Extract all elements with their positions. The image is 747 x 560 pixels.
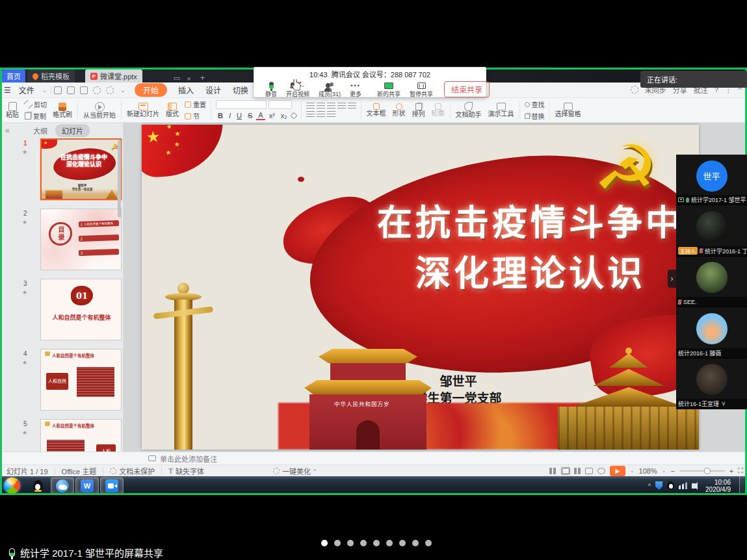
participant-tile[interactable]: SEE. bbox=[676, 257, 747, 307]
sidebar-collapse-handle[interactable]: › bbox=[668, 270, 676, 288]
tray-volume-icon[interactable] bbox=[692, 483, 696, 489]
more-button[interactable]: •••更多 bbox=[345, 81, 366, 97]
dot[interactable] bbox=[412, 540, 419, 546]
thumbnail-slide-1[interactable]: ★ ☭ 在抗击疫情斗争中深化理论认识 邹世平学生第一党支部 bbox=[40, 138, 122, 200]
quickbar-more-icon[interactable]: ⌄ bbox=[120, 87, 125, 94]
taskbar-browser-icon[interactable] bbox=[51, 477, 74, 494]
reading-view-icon[interactable] bbox=[585, 468, 593, 474]
outline-tab[interactable]: 大纲 bbox=[33, 125, 47, 136]
align-left-icon[interactable] bbox=[306, 103, 315, 109]
thumbnail-scrollbar[interactable] bbox=[118, 140, 121, 218]
ribbon-tab-transition[interactable]: 切换 bbox=[233, 84, 248, 95]
strike-button[interactable]: S bbox=[246, 112, 254, 120]
new-share-button[interactable]: 新的共享 bbox=[373, 81, 405, 97]
tray-qq-icon[interactable] bbox=[667, 481, 674, 490]
ribbon-tab-insert[interactable]: 插入 bbox=[178, 84, 194, 95]
main-slide-canvas[interactable]: ★ ★ ★ ★ ★ ☭ 在抗击疫情斗争中 深化理论认识 邹世平 学生第一党支部 … bbox=[142, 125, 699, 450]
print-icon[interactable] bbox=[80, 86, 88, 94]
notes-placeholder[interactable]: 单击此处添加备注 bbox=[160, 453, 217, 464]
slides-tab[interactable]: 幻灯片 bbox=[55, 124, 90, 137]
doc-protect-status[interactable]: 文档未保护 bbox=[110, 466, 155, 476]
fit-screen-icon[interactable]: ⛶ bbox=[738, 466, 743, 475]
superscript-button[interactable]: x² bbox=[267, 112, 277, 120]
end-share-button[interactable]: 结束共享 bbox=[444, 81, 490, 97]
redo-icon[interactable] bbox=[106, 86, 114, 94]
font-size-select[interactable] bbox=[269, 100, 292, 109]
underline-button[interactable]: U bbox=[235, 112, 244, 120]
participant-tile[interactable]: 主持人统计学2016-1 丁... bbox=[676, 205, 747, 256]
zoom-in-button[interactable]: + bbox=[729, 467, 733, 475]
dot[interactable] bbox=[373, 540, 380, 546]
thumbnail-row-1[interactable]: 1 ★ ★ ☭ 在抗击疫情斗争中深化理论认识 邹世平学生第一党支部 bbox=[0, 138, 124, 201]
dot[interactable] bbox=[425, 540, 432, 546]
paste-button[interactable]: 粘贴 bbox=[3, 102, 22, 118]
ribbon-tab-start[interactable]: 开始 bbox=[135, 83, 167, 97]
align-justify-icon[interactable] bbox=[337, 103, 346, 109]
play-options-caret-icon[interactable]: ⌄ bbox=[630, 468, 635, 474]
format-painter-button[interactable]: 格式刷 bbox=[49, 103, 75, 118]
subscript-button[interactable]: x₂ bbox=[279, 112, 289, 120]
zoom-out-button[interactable]: − bbox=[670, 467, 674, 475]
thumbnail-row-4[interactable]: 4 ★ 人和自然是个有机整体 人和自然 bbox=[0, 349, 124, 412]
thumbnail-slide-3[interactable]: 01 人和自然是个有机整体 bbox=[40, 279, 122, 340]
participant-tile[interactable]: 统计16-1王宣瑾˅ bbox=[676, 359, 747, 409]
undo-icon[interactable] bbox=[93, 86, 101, 94]
file-menu-caret-icon[interactable]: ⌄ bbox=[42, 87, 47, 94]
dot-active[interactable] bbox=[321, 540, 328, 546]
textbox-button[interactable]: 文本框 bbox=[363, 103, 389, 117]
copy-button[interactable]: 复制 bbox=[25, 111, 47, 121]
slideshow-play-button[interactable]: ▶ bbox=[610, 466, 625, 476]
theme-name[interactable]: Office 主题 bbox=[62, 466, 97, 476]
mute-button[interactable]: 静音 bbox=[261, 81, 282, 97]
collapse-list-chevron-icon[interactable]: ˅ bbox=[722, 400, 726, 407]
italic-button[interactable]: I bbox=[227, 112, 233, 120]
dot[interactable] bbox=[334, 540, 341, 546]
tab-home[interactable]: 首页 bbox=[2, 70, 25, 83]
tray-expand-icon[interactable]: ^ bbox=[648, 483, 651, 489]
output-icon[interactable] bbox=[67, 86, 75, 94]
taskbar-meeting-icon[interactable] bbox=[100, 477, 124, 494]
show-desktop-button[interactable] bbox=[739, 476, 744, 495]
taskbar-qq-icon[interactable] bbox=[26, 477, 49, 494]
present-tools-button[interactable]: 演示工具 bbox=[485, 103, 518, 118]
shape-button[interactable]: 形状 bbox=[389, 103, 409, 117]
tab-docer-template[interactable]: 稻壳模板 bbox=[27, 70, 75, 83]
align-right-icon[interactable] bbox=[327, 103, 335, 109]
pause-share-button[interactable]: ❙❙暂停共享 bbox=[405, 81, 438, 97]
participant-tile[interactable]: 统计2016-1 滕薇 bbox=[676, 307, 747, 358]
file-menu[interactable]: 文件 bbox=[19, 84, 34, 95]
start-button[interactable] bbox=[4, 477, 20, 494]
thumbnail-row-2[interactable]: 2 ★ 目录 1人和自然是个有机整体 2 3 bbox=[0, 209, 124, 272]
notes-bar[interactable]: 单击此处添加备注 bbox=[0, 452, 747, 465]
reset-button[interactable]: 重置 bbox=[185, 99, 206, 109]
participant-tile[interactable]: 世平 统计学2017-1 邹世平 bbox=[676, 155, 747, 205]
line-spacing-icon[interactable] bbox=[327, 111, 335, 118]
members-button[interactable]: 成员(31) bbox=[314, 81, 345, 97]
tray-clock[interactable]: 10:06 2020/4/9 bbox=[701, 479, 735, 493]
bullets-icon[interactable] bbox=[306, 111, 315, 118]
zoom-slider[interactable] bbox=[679, 470, 725, 472]
numbering-icon[interactable] bbox=[317, 111, 325, 118]
ribbon-tab-design[interactable]: 设计 bbox=[205, 84, 221, 95]
hamburger-menu-icon[interactable]: ☰ bbox=[4, 86, 11, 95]
dot[interactable] bbox=[347, 540, 354, 546]
outline-button[interactable]: 轮廓 bbox=[428, 103, 448, 117]
font-color-button[interactable]: A bbox=[256, 111, 265, 120]
selection-pane-button[interactable]: 选择窗格 bbox=[552, 103, 584, 118]
thumbnail-slide-4[interactable]: 人和自然是个有机整体 人和自然 bbox=[40, 349, 122, 411]
cut-button[interactable]: 剪切 bbox=[25, 99, 47, 109]
beautify-button[interactable]: 一键美化^ bbox=[273, 466, 316, 476]
dot[interactable] bbox=[360, 540, 367, 546]
thumbnail-slide-5[interactable]: 人和自然是个有机整体 人和 bbox=[40, 419, 122, 452]
find-button[interactable]: 查找 bbox=[525, 99, 545, 109]
distribute-icon[interactable] bbox=[348, 103, 356, 109]
zoom-caret-icon[interactable]: ⌄ bbox=[662, 468, 666, 474]
clear-format-icon[interactable] bbox=[290, 112, 297, 119]
replace-button[interactable]: 替换 bbox=[525, 111, 545, 121]
thumbnail-row-3[interactable]: 3 ★ 01 人和自然是个有机整体 bbox=[0, 279, 124, 342]
new-tab-button[interactable]: + bbox=[200, 73, 205, 83]
sorter-view-icon[interactable] bbox=[574, 468, 581, 474]
new-slide-button[interactable]: 新建幻灯片 bbox=[124, 103, 163, 118]
doc-assistant-button[interactable]: 文档助手 bbox=[452, 102, 485, 118]
sync-icon[interactable] bbox=[631, 86, 638, 94]
